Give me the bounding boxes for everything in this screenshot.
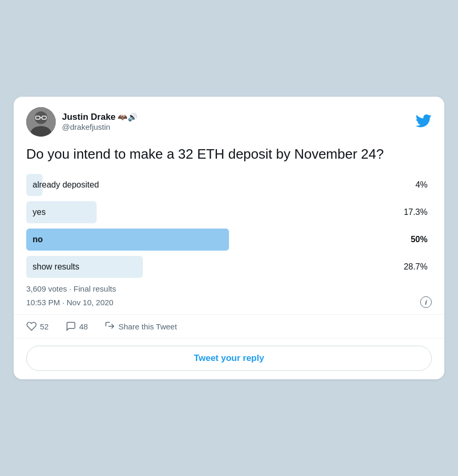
poll-option-no[interactable]: no 50% [26, 229, 432, 251]
tweet-actions: 52 48 Share this Tweet [26, 315, 432, 338]
poll-pct-no: 50% [411, 235, 428, 244]
tweet-timestamp: 10:53 PM · Nov 10, 2020 i [26, 296, 432, 308]
poll-container: already deposited 4% yes 17.3% no 50% sh… [26, 174, 432, 278]
display-name[interactable]: Justin Drake 🦇🔊 [62, 112, 138, 122]
poll-label-show-results: show results [26, 262, 79, 272]
poll-pct-already-deposited: 4% [415, 180, 428, 190]
avatar[interactable] [26, 107, 56, 137]
tweet-text: Do you intend to make a 32 ETH deposit b… [26, 145, 432, 163]
poll-label-already-deposited: already deposited [26, 180, 99, 190]
reply-count: 48 [79, 322, 88, 331]
user-details: Justin Drake 🦇🔊 @drakefjustin [62, 112, 138, 131]
share-icon [105, 321, 115, 332]
dot-separator: · [69, 284, 74, 293]
twitter-logo-icon[interactable] [415, 112, 432, 131]
username[interactable]: @drakefjustin [62, 122, 138, 131]
like-count: 52 [40, 322, 49, 331]
share-action[interactable]: Share this Tweet [105, 321, 176, 332]
poll-option-already-deposited[interactable]: already deposited 4% [26, 174, 432, 196]
time-text: 10:53 PM · Nov 10, 2020 [26, 298, 113, 307]
time-dot: · [62, 298, 66, 307]
poll-label-no: no [26, 235, 43, 244]
comment-icon [66, 321, 76, 332]
poll-option-show-results[interactable]: show results 28.7% [26, 256, 432, 278]
reply-action[interactable]: 48 [66, 321, 88, 332]
time: 10:53 PM [26, 298, 60, 307]
share-label: Share this Tweet [118, 322, 176, 331]
reply-area: Tweet your reply [26, 338, 432, 379]
poll-meta: 3,609 votes · Final results [26, 284, 432, 293]
poll-pct-show-results: 28.7% [404, 262, 428, 272]
like-action[interactable]: 52 [26, 321, 49, 332]
date: Nov 10, 2020 [67, 298, 113, 307]
poll-label-yes: yes [26, 208, 46, 217]
name-emojis: 🦇🔊 [118, 112, 138, 122]
heart-icon [26, 321, 37, 332]
name-text: Justin Drake [62, 112, 116, 122]
poll-option-yes[interactable]: yes 17.3% [26, 201, 432, 223]
vote-count: 3,609 votes [26, 284, 67, 293]
tweet-header: Justin Drake 🦇🔊 @drakefjustin [26, 107, 432, 137]
poll-pct-yes: 17.3% [404, 208, 428, 217]
poll-status: Final results [74, 284, 116, 293]
info-icon[interactable]: i [420, 296, 432, 308]
user-info-group: Justin Drake 🦇🔊 @drakefjustin [26, 107, 138, 137]
tweet-card: Justin Drake 🦇🔊 @drakefjustin Do you int… [14, 97, 444, 379]
tweet-reply-button[interactable]: Tweet your reply [26, 346, 432, 371]
